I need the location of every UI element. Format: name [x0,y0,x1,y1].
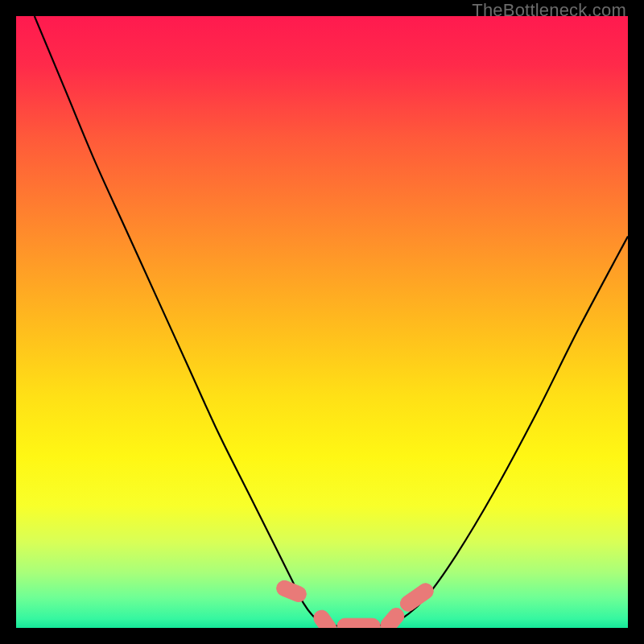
chart-svg [16,16,628,628]
chart-background [16,16,628,628]
curve-marker [337,618,380,628]
chart-plot-area [16,16,628,628]
watermark-text: TheBottleneck.com [472,0,626,21]
frame: TheBottleneck.com [0,0,644,644]
